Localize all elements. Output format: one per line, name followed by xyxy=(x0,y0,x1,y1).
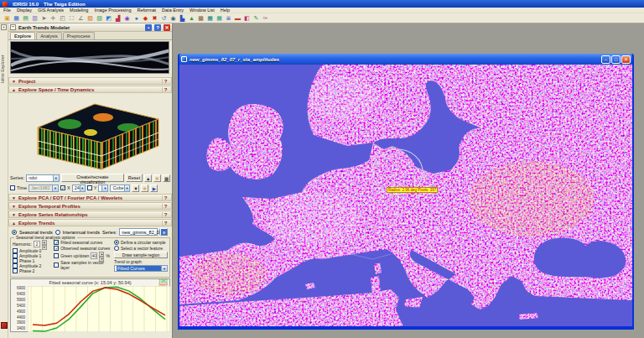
delete-icon[interactable]: ✖ xyxy=(151,14,158,22)
section-help-button[interactable]: ? xyxy=(162,195,169,200)
section-help-button[interactable]: ? xyxy=(162,221,169,226)
map-titlebar[interactable]: new_gimms_82_07_r_sta_amplitudes – □ ✕ xyxy=(179,54,632,65)
step-up-button[interactable]: ▲ xyxy=(144,174,152,182)
pin-icon[interactable]: ▪ xyxy=(145,24,152,31)
y-checkbox[interactable] xyxy=(87,185,92,190)
minimize-button[interactable]: – xyxy=(601,55,610,64)
europe-amplitude-map xyxy=(179,65,632,326)
feature-select-icon[interactable]: ✛ xyxy=(49,14,57,22)
refresh-icon[interactable]: ✳ xyxy=(141,185,148,192)
phase-2-checkbox[interactable] xyxy=(13,268,18,273)
grid-toggle-button[interactable]: ▦ xyxy=(163,174,170,182)
menu-image-processing[interactable]: Image Processing xyxy=(94,8,131,13)
edit-icon[interactable]: ✑ xyxy=(262,14,269,22)
menu-reformat[interactable]: Reformat xyxy=(137,8,156,13)
zoom-window-icon[interactable]: ◰ xyxy=(59,14,66,22)
media-viewer-icon[interactable]: ◉ xyxy=(123,14,131,22)
section-relationships[interactable]: ▼ Explore Series Relationships ? xyxy=(8,211,172,218)
draw-sample-button[interactable]: Draw sample region xyxy=(114,252,168,258)
chart-icon[interactable]: ▟ xyxy=(114,14,122,22)
explorer-strip-label[interactable]: Idrisi Explorer xyxy=(0,35,8,102)
section-project[interactable]: ▼ Project ? xyxy=(8,77,172,85)
view-icon[interactable]: ◉ xyxy=(169,14,177,22)
section-help-button[interactable]: ? xyxy=(162,204,169,209)
map-viewport[interactable]: Radius: 2.96 deg Pixels: 397 xyxy=(179,65,632,326)
percent-icon[interactable]: ✎ xyxy=(252,14,260,22)
play-button[interactable]: ▶ xyxy=(150,185,158,192)
trend-icon[interactable]: ▲ xyxy=(188,14,195,22)
section-profiles[interactable]: ▼ Explore Temporal Profiles ? xyxy=(8,202,172,210)
tab-explore[interactable]: Explore xyxy=(10,32,35,39)
trend-series-select[interactable]: new_gimms_82_0▼ xyxy=(119,228,158,236)
menu-display[interactable]: Display xyxy=(17,8,32,13)
strip-expand-button[interactable]: + xyxy=(1,24,7,30)
save-samples-checkbox[interactable] xyxy=(54,263,59,268)
globe-icon[interactable]: ● xyxy=(132,14,140,22)
tab-analysis[interactable]: Analysis xyxy=(36,32,61,39)
help-icon[interactable]: ? xyxy=(154,24,161,31)
step-down-button[interactable]: ▼ xyxy=(132,185,139,192)
view-mode-select[interactable]: Cube▼ xyxy=(110,185,130,192)
create-visualization-button[interactable]: Create/recreate visualization xyxy=(61,174,124,182)
section-pca[interactable]: ▼ Explore PCA / EOT / Fourier PCA / Wave… xyxy=(8,194,172,201)
time-select[interactable]: Jan/1982▼ xyxy=(29,185,59,192)
open-file-icon[interactable]: ▣ xyxy=(3,14,11,22)
close-button[interactable]: ✕ xyxy=(621,55,631,64)
menu-modeling[interactable]: Modeling xyxy=(70,8,88,13)
seasonal-trends-radio[interactable] xyxy=(12,230,17,235)
observed-curves-checkbox[interactable]: ✓ xyxy=(54,246,59,251)
reset-button[interactable]: Reset xyxy=(126,174,143,182)
legend-icon[interactable]: ≣ xyxy=(225,14,232,22)
menu-file[interactable]: File xyxy=(3,8,11,13)
menu-window-list[interactable]: Window List xyxy=(190,8,215,13)
menu-data-entry[interactable]: Data Entry xyxy=(162,8,184,13)
menu-gis-analysis[interactable]: GIS Analysis xyxy=(38,8,64,13)
macro-icon[interactable]: ▬ xyxy=(234,14,242,22)
tab-preprocess[interactable]: Preprocess xyxy=(63,32,95,39)
cursor-inquiry-icon[interactable]: ➤ xyxy=(40,14,48,22)
layer-group-icon[interactable]: ▨ xyxy=(96,14,103,22)
section-trends[interactable]: ▲ Explore Trends ? xyxy=(8,219,172,226)
stop-icon[interactable]: ◆ xyxy=(142,14,149,22)
maximize-button[interactable]: □ xyxy=(611,55,621,64)
measure-icon[interactable]: ∠ xyxy=(77,14,85,22)
interannual-trends-radio[interactable] xyxy=(55,230,60,235)
display-launcher-icon[interactable]: ▦ xyxy=(13,14,20,22)
section-profiles-label: Explore Temporal Profiles xyxy=(18,204,80,209)
composer-icon[interactable]: ▥ xyxy=(31,14,39,22)
map-properties-icon[interactable]: ▤ xyxy=(22,14,29,22)
space-time-cube-view[interactable] xyxy=(8,93,172,173)
symbol-workshop-icon[interactable]: ◩ xyxy=(105,14,112,22)
series-select[interactable]: ndvi▼ xyxy=(26,174,60,182)
histogram-icon[interactable]: ▙ xyxy=(179,14,186,22)
section-help-button[interactable]: ? xyxy=(162,87,169,92)
collapse-panel-button[interactable]: − xyxy=(10,24,16,30)
series-info-button[interactable]: ≡ xyxy=(160,228,168,236)
y-select[interactable]: ▼ xyxy=(98,185,108,192)
harmonic-stepper[interactable]: ▲▼ xyxy=(42,240,47,247)
layer-add-icon[interactable]: ▧ xyxy=(86,14,94,22)
x-checkbox[interactable]: ✓ xyxy=(60,185,65,190)
undo-icon[interactable]: ↺ xyxy=(160,14,168,22)
close-icon[interactable]: ✕ xyxy=(164,24,170,31)
grid-icon[interactable]: ▩ xyxy=(197,14,205,22)
green-updown-stepper[interactable]: ▲▼ xyxy=(99,252,104,259)
time-checkbox[interactable] xyxy=(10,185,15,190)
section-space-time-label: Explore Space / Time Dynamics xyxy=(18,87,94,92)
section-help-button[interactable]: ? xyxy=(162,212,169,217)
full-extent-icon[interactable]: ⛶ xyxy=(68,14,75,22)
shortcut-icon[interactable] xyxy=(1,322,8,329)
table-icon[interactable]: ▦ xyxy=(216,14,223,22)
menu-help[interactable]: Help xyxy=(221,8,230,13)
fitted-curves-checkbox[interactable]: ✓ xyxy=(54,240,59,245)
database-icon[interactable]: ▦ xyxy=(206,14,214,22)
x-select[interactable]: 24▼ xyxy=(72,185,86,192)
section-help-button[interactable]: ? xyxy=(162,79,169,84)
vector-feature-radio[interactable] xyxy=(114,246,119,251)
circular-sample-radio[interactable] xyxy=(114,240,119,245)
green-updown-checkbox[interactable] xyxy=(54,253,59,258)
refresh-icon[interactable]: ✳ xyxy=(153,174,161,182)
trend-graph-select[interactable]: Fitted Curves ▼ xyxy=(114,265,168,272)
tag-icon[interactable]: ◧ xyxy=(243,14,251,22)
section-space-time[interactable]: ▲ Explore Space / Time Dynamics ? xyxy=(8,86,172,93)
